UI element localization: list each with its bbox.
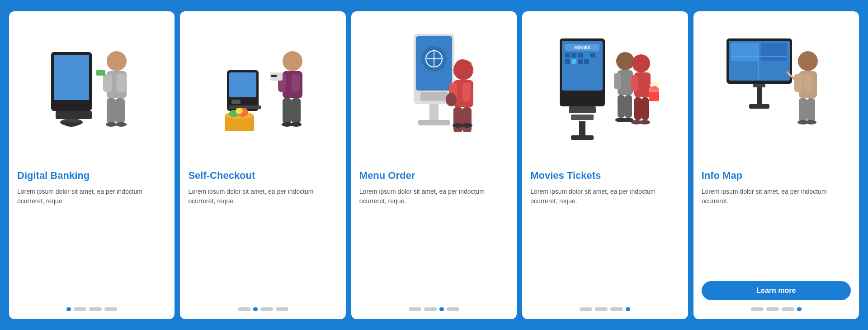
card-title-info-map: Info Map [702,170,742,182]
svg-rect-10 [96,70,105,76]
svg-rect-7 [117,74,126,92]
svg-rect-70 [618,95,625,118]
svg-point-104 [806,120,816,124]
cards-container: Digital Banking Lorem ipsum dolor sit am… [9,11,859,319]
svg-rect-44 [462,83,471,101]
svg-rect-90 [761,43,787,61]
svg-rect-75 [634,97,642,120]
svg-rect-45 [453,107,462,132]
dot-1 [238,307,250,311]
dot-4 [104,307,117,311]
svg-rect-96 [749,104,769,109]
svg-rect-74 [631,75,638,91]
svg-point-12 [116,122,127,127]
svg-point-82 [656,83,659,87]
svg-rect-54 [565,53,570,57]
illustration-self-checkout [188,20,337,165]
svg-rect-100 [804,74,812,92]
svg-rect-71 [625,95,632,118]
svg-point-22 [283,51,302,71]
svg-rect-40 [418,120,450,125]
svg-rect-14 [229,72,256,97]
svg-rect-94 [753,84,765,87]
dots-info-map [751,307,802,311]
dots-self-checkout [238,307,288,311]
card-desc-info-map: Lorem ipsum dolor sit amet, ea per indoc… [702,187,851,275]
svg-rect-46 [462,107,472,132]
card-title-movies-tickets: Movies Tickets [530,170,601,182]
dot-2 [595,307,608,311]
svg-point-97 [798,51,818,71]
svg-point-11 [106,122,117,127]
svg-text:MOVIES: MOVIES [575,45,590,50]
svg-rect-8 [107,98,116,123]
svg-point-21 [236,108,243,114]
svg-rect-64 [571,115,594,120]
card-menu-order: Menu Order Lorem ipsum dolor sit amet, e… [351,11,517,319]
svg-rect-57 [584,53,589,57]
svg-rect-91 [731,63,787,78]
illustration-info-map [702,20,851,165]
card-desc-menu-order: Lorem ipsum dolor sit amet, ea per indoc… [359,187,509,300]
svg-rect-9 [116,98,125,123]
card-desc-movies-tickets: Lorem ipsum dolor sit amet, ea per indoc… [530,187,679,300]
svg-point-49 [462,123,472,128]
dot-4 [797,307,802,311]
dot-3 [89,307,102,311]
dot-4 [276,307,288,311]
learn-more-button[interactable]: Learn more [702,281,851,300]
dots-menu-order [409,307,459,311]
card-movies-tickets: MOVIES [522,11,688,319]
svg-rect-58 [590,53,595,57]
card-info-map: Info Map Lorem ipsum dolor sit amet, ea … [693,11,859,319]
svg-rect-27 [292,98,301,123]
dot-3 [439,307,444,311]
svg-rect-60 [571,59,576,64]
dot-1 [66,307,71,311]
svg-rect-65 [579,121,585,137]
svg-rect-62 [584,59,589,64]
svg-point-86 [639,120,650,124]
dot-1 [580,307,592,311]
svg-rect-101 [799,98,807,121]
dot-4 [626,307,630,311]
dot-1 [409,307,421,311]
dot-2 [424,307,437,311]
dot-2 [253,307,258,311]
dot-3 [610,307,623,311]
svg-point-47 [446,93,457,106]
svg-rect-66 [571,135,594,140]
svg-rect-25 [292,74,300,92]
card-desc-self-checkout: Lorem ipsum dolor sit amet, ea per indoc… [188,187,337,300]
svg-rect-89 [731,43,758,61]
card-title-menu-order: Menu Order [359,170,415,182]
dot-4 [447,307,459,311]
dot-2 [74,307,86,311]
illustration-menu-order [359,20,509,165]
dot-3 [260,307,273,311]
card-digital-banking: Digital Banking Lorem ipsum dolor sit am… [9,11,175,319]
svg-rect-55 [571,53,576,57]
svg-rect-1 [54,55,89,100]
svg-rect-39 [429,104,439,122]
card-self-checkout: Self-Checkout Lorem ipsum dolor sit amet… [180,11,345,319]
illustration-digital-banking [17,20,166,165]
svg-rect-63 [569,106,596,113]
svg-point-67 [616,52,634,70]
card-title-digital-banking: Digital Banking [17,170,90,182]
svg-rect-15 [231,100,241,104]
svg-rect-102 [807,98,815,121]
svg-rect-61 [578,59,583,64]
svg-rect-6 [103,74,112,92]
svg-rect-99 [794,74,802,92]
dot-2 [766,307,779,311]
svg-point-31 [291,122,302,127]
illustration-movies-tickets: MOVIES [530,20,679,165]
card-desc-digital-banking: Lorem ipsum dolor sit amet, ea per indoc… [17,187,166,300]
svg-rect-95 [757,87,762,105]
svg-rect-38 [420,92,448,101]
svg-rect-76 [642,97,649,120]
svg-rect-56 [578,53,583,57]
svg-rect-2 [56,111,92,119]
svg-point-4 [107,51,127,71]
